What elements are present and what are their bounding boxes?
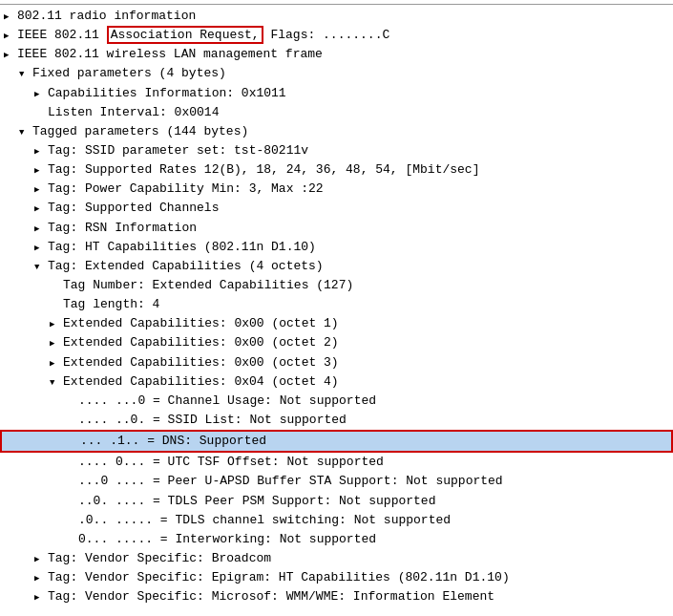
tree-line[interactable]: Capabilities Information: 0x1011 bbox=[0, 84, 673, 103]
tree-line[interactable]: 0... ..... = Interworking: Not supported bbox=[0, 530, 673, 549]
tree-expander[interactable] bbox=[50, 314, 63, 333]
line-text: Tag length: 4 bbox=[63, 295, 669, 314]
tree-expander[interactable] bbox=[4, 7, 17, 26]
tree-line[interactable]: Extended Capabilities: 0x04 (octet 4) bbox=[0, 372, 673, 392]
tree-line[interactable]: Tag: Vendor Specific: Broadcom bbox=[0, 549, 673, 568]
tree-line[interactable]: .... ...0 = Channel Usage: Not supported bbox=[0, 392, 673, 411]
line-text: Tag: Vendor Specific: Epigram: HT Capabi… bbox=[48, 568, 669, 587]
line-text: .0.. ..... = TDLS channel switching: Not… bbox=[78, 511, 669, 530]
line-text: ...0 .... = Peer U-APSD Buffer STA Suppo… bbox=[78, 472, 669, 491]
tree-expander[interactable] bbox=[34, 549, 48, 568]
line-text: Tag: Power Capability Min: 3, Max :22 bbox=[48, 180, 669, 199]
tree-line[interactable]: Tag length: 4 bbox=[0, 295, 673, 314]
line-text: ..0. .... = TDLS Peer PSM Support: Not s… bbox=[78, 492, 669, 511]
line-text: 0... ..... = Interworking: Not supported bbox=[78, 530, 669, 549]
tree-expander[interactable] bbox=[4, 45, 17, 64]
line-text: Extended Capabilities: 0x04 (octet 4) bbox=[63, 372, 669, 392]
line-text: Tag: Supported Channels bbox=[48, 199, 669, 218]
tree-expander[interactable] bbox=[34, 219, 48, 238]
line-text: Tag: Vendor Specific: Broadcom bbox=[48, 549, 669, 568]
line-text: Extended Capabilities: 0x00 (octet 3) bbox=[63, 353, 669, 372]
line-text: Tagged parameters (144 bytes) bbox=[32, 122, 669, 141]
tree-line[interactable]: Tag Number: Extended Capabilities (127) bbox=[0, 276, 673, 295]
line-text: Extended Capabilities: 0x00 (octet 1) bbox=[63, 314, 669, 333]
line-text: Fixed parameters (4 bytes) bbox=[32, 64, 669, 83]
tree-line[interactable]: Tag: HT Capabilities (802.11n D1.10) bbox=[0, 238, 673, 257]
line-text: ... .1.. = DNS: Supported bbox=[80, 432, 667, 451]
tree-expander[interactable] bbox=[19, 122, 32, 141]
tree-line[interactable]: IEEE 802.11 wireless LAN management fram… bbox=[0, 45, 673, 64]
tree-line[interactable]: Extended Capabilities: 0x00 (octet 2) bbox=[0, 333, 673, 352]
line-text: Tag: HT Capabilities (802.11n D1.10) bbox=[48, 238, 669, 257]
tree-expander[interactable] bbox=[50, 333, 63, 352]
line-text: 802.11 radio information bbox=[17, 7, 669, 26]
tree-expander[interactable] bbox=[50, 353, 63, 372]
tree-expander[interactable] bbox=[4, 26, 17, 45]
line-text: Capabilities Information: 0x1011 bbox=[48, 84, 669, 103]
tree-line[interactable]: ...0 .... = Peer U-APSD Buffer STA Suppo… bbox=[0, 472, 673, 491]
line-text: Extended Capabilities: 0x00 (octet 2) bbox=[63, 333, 669, 352]
tree-expander[interactable] bbox=[34, 257, 48, 276]
line-text: Tag: Supported Rates 12(B), 18, 24, 36, … bbox=[48, 160, 669, 180]
tree-line[interactable]: Tag: Supported Rates 12(B), 18, 24, 36, … bbox=[0, 160, 673, 180]
line-text: Listen Interval: 0x0014 bbox=[48, 103, 669, 122]
tree-line[interactable]: 802.11 radio information bbox=[0, 7, 673, 26]
tree-line[interactable]: .... ..0. = SSID List: Not supported bbox=[0, 411, 673, 430]
tree-expander[interactable] bbox=[34, 587, 48, 606]
tree-line[interactable]: Tag: RSN Information bbox=[0, 219, 673, 238]
line-text: Tag: SSID parameter set: tst-80211v bbox=[48, 141, 669, 160]
tree-line[interactable]: Extended Capabilities: 0x00 (octet 1) bbox=[0, 314, 673, 333]
tree-expander[interactable] bbox=[34, 568, 48, 587]
tree-expander[interactable] bbox=[50, 372, 63, 392]
outlined-text: Association Request, bbox=[107, 26, 263, 44]
line-text: .... 0... = UTC TSF Offset: Not supporte… bbox=[78, 453, 669, 472]
tree-line[interactable]: Tag: Power Capability Min: 3, Max :22 bbox=[0, 180, 673, 199]
tree-line[interactable]: Tag: SSID parameter set: tst-80211v bbox=[0, 141, 673, 160]
packet-tree: 802.11 radio informationIEEE 802.11 Asso… bbox=[0, 0, 673, 610]
tree-line[interactable]: Fixed parameters (4 bytes) bbox=[0, 64, 673, 83]
tree-line[interactable]: Extended Capabilities: 0x00 (octet 3) bbox=[0, 353, 673, 372]
tree-expander[interactable] bbox=[34, 199, 48, 218]
tree-line[interactable]: Tag: Vendor Specific: Epigram: HT Capabi… bbox=[0, 568, 673, 587]
tree-line[interactable]: Tagged parameters (144 bytes) bbox=[0, 122, 673, 141]
tree-line[interactable]: Tag: Vendor Specific: Microsof: WMM/WME:… bbox=[0, 587, 673, 606]
tree-line[interactable]: .0.. ..... = TDLS channel switching: Not… bbox=[0, 511, 673, 530]
line-text: Tag Number: Extended Capabilities (127) bbox=[63, 276, 669, 295]
line-text: .... ..0. = SSID List: Not supported bbox=[78, 411, 669, 430]
line-text: Tag: Vendor Specific: Microsof: WMM/WME:… bbox=[48, 587, 669, 606]
tree-expander[interactable] bbox=[34, 160, 48, 180]
line-text: Tag: RSN Information bbox=[48, 219, 669, 238]
tree-line[interactable]: ..0. .... = TDLS Peer PSM Support: Not s… bbox=[0, 492, 673, 511]
line-text: IEEE 802.11 Association Request, Flags: … bbox=[17, 26, 669, 45]
tree-line[interactable]: .... 0... = UTC TSF Offset: Not supporte… bbox=[0, 453, 673, 472]
line-text: .... ...0 = Channel Usage: Not supported bbox=[78, 392, 669, 411]
tree-line[interactable]: ... .1.. = DNS: Supported bbox=[0, 430, 673, 453]
tree-line[interactable]: IEEE 802.11 Association Request, Flags: … bbox=[0, 26, 673, 45]
tree-line[interactable]: Tag: Supported Channels bbox=[0, 199, 673, 218]
line-text: IEEE 802.11 wireless LAN management fram… bbox=[17, 45, 669, 64]
tree-expander[interactable] bbox=[34, 238, 48, 257]
tree-line[interactable]: Tag: Extended Capabilities (4 octets) bbox=[0, 257, 673, 276]
tree-expander[interactable] bbox=[34, 180, 48, 199]
tree-expander[interactable] bbox=[34, 141, 48, 160]
tree-expander[interactable] bbox=[19, 64, 32, 83]
tree-expander[interactable] bbox=[34, 84, 48, 103]
tree-line[interactable]: Listen Interval: 0x0014 bbox=[0, 103, 673, 122]
line-text: Tag: Extended Capabilities (4 octets) bbox=[48, 257, 669, 276]
